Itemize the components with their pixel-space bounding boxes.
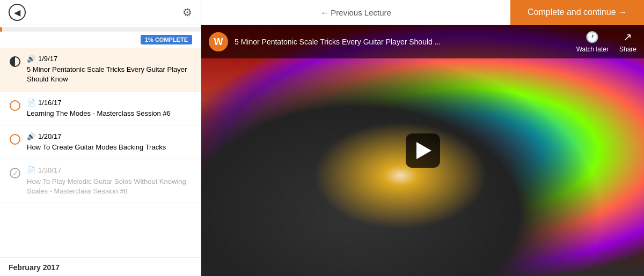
item-3-title: How To Create Guitar Modes Backing Track… bbox=[27, 143, 166, 151]
video-actions: 🕐 Watch later ↗ Share bbox=[576, 31, 636, 53]
gray-check-icon-4: ✓ bbox=[10, 168, 20, 178]
item-3-icon bbox=[9, 133, 21, 146]
watch-later-button[interactable]: 🕐 Watch later bbox=[576, 31, 609, 53]
speaker-icon-1: 🔊 bbox=[27, 54, 35, 64]
item-4-title: How To Play Melodic Guitar Solos Without… bbox=[27, 177, 186, 195]
video-overlay-top: W 5 Minor Pentatonic Scale Tricks Every … bbox=[201, 25, 644, 58]
item-4-date-row: 📄 1/30/17 bbox=[27, 166, 192, 175]
progress-bar-container bbox=[0, 27, 201, 32]
play-button[interactable] bbox=[406, 133, 440, 168]
item-2-icon bbox=[9, 99, 21, 112]
settings-button[interactable]: ⚙ bbox=[182, 6, 192, 19]
back-button[interactable]: ◀ bbox=[9, 4, 26, 21]
share-label: Share bbox=[619, 46, 636, 53]
item-1-title: 5 Minor Pentatonic Scale Tricks Every Gu… bbox=[27, 65, 187, 83]
complete-continue-label: Complete and continue → bbox=[528, 8, 627, 17]
share-button[interactable]: ↗ Share bbox=[619, 31, 636, 53]
channel-logo: W bbox=[209, 32, 228, 51]
channel-logo-text: W bbox=[214, 36, 223, 48]
item-4-date: 1/30/17 bbox=[38, 166, 61, 175]
sidebar-item-3[interactable]: 🔊 1/20/17 How To Create Guitar Modes Bac… bbox=[0, 125, 201, 159]
sidebar-item-1[interactable]: 🔊 1/9/17 5 Minor Pentatonic Scale Tricks… bbox=[0, 48, 201, 92]
sidebar-month: February 2017 bbox=[0, 257, 201, 276]
header: ◀ ⚙ ← Previous Lecture Complete and cont… bbox=[0, 0, 644, 25]
item-4-text: 📄 1/30/17 How To Play Melodic Guitar Sol… bbox=[27, 166, 192, 196]
item-3-date: 1/20/17 bbox=[38, 132, 61, 141]
progress-bar-fill bbox=[0, 27, 2, 32]
watch-later-label: Watch later bbox=[576, 46, 609, 53]
clock-icon: 🕐 bbox=[586, 31, 599, 43]
orange-circle-icon-3 bbox=[10, 134, 20, 145]
item-4-icon: ✓ bbox=[9, 167, 21, 180]
video-area: W 5 Minor Pentatonic Scale Tricks Every … bbox=[201, 25, 644, 276]
video-title: 5 Minor Pentatonic Scale Tricks Every Gu… bbox=[235, 38, 570, 46]
video-placeholder: W 5 Minor Pentatonic Scale Tricks Every … bbox=[201, 25, 644, 276]
previous-lecture-button[interactable]: ← Previous Lecture bbox=[201, 8, 510, 17]
sidebar-item-2[interactable]: 📄 1/16/17 Learning The Modes - Mastercla… bbox=[0, 92, 201, 125]
item-2-title: Learning The Modes - Masterclass Session… bbox=[27, 109, 171, 117]
doc-icon-2: 📄 bbox=[27, 98, 35, 108]
half-circle-icon bbox=[10, 56, 20, 67]
doc-icon-4: 📄 bbox=[27, 166, 35, 175]
item-1-text: 🔊 1/9/17 5 Minor Pentatonic Scale Tricks… bbox=[27, 54, 192, 85]
item-1-date: 1/9/17 bbox=[38, 54, 57, 64]
header-left: ◀ ⚙ bbox=[0, 0, 201, 25]
item-2-date: 1/16/17 bbox=[38, 98, 61, 108]
sidebar-item-4[interactable]: ✓ 📄 1/30/17 How To Play Melodic Guitar S… bbox=[0, 159, 201, 203]
item-1-date-row: 🔊 1/9/17 bbox=[27, 54, 192, 64]
sidebar: 1% COMPLETE 🔊 1/9/17 5 Minor Pentatonic … bbox=[0, 25, 201, 276]
item-2-date-row: 📄 1/16/17 bbox=[27, 98, 171, 108]
sidebar-items: 🔊 1/9/17 5 Minor Pentatonic Scale Tricks… bbox=[0, 48, 201, 257]
complete-continue-button[interactable]: Complete and continue → bbox=[510, 0, 644, 25]
speaker-icon-3: 🔊 bbox=[27, 132, 35, 141]
orange-circle-icon-2 bbox=[10, 100, 20, 111]
item-3-text: 🔊 1/20/17 How To Create Guitar Modes Bac… bbox=[27, 132, 166, 152]
month-label: February 2017 bbox=[9, 263, 60, 272]
progress-badge: 1% COMPLETE bbox=[141, 35, 192, 44]
item-1-icon bbox=[9, 55, 21, 68]
item-2-text: 📄 1/16/17 Learning The Modes - Mastercla… bbox=[27, 98, 171, 118]
previous-lecture-label: ← Previous Lecture bbox=[320, 8, 391, 17]
main-content: 1% COMPLETE 🔊 1/9/17 5 Minor Pentatonic … bbox=[0, 25, 644, 276]
share-icon: ↗ bbox=[623, 31, 632, 43]
progress-label-row: 1% COMPLETE bbox=[0, 32, 201, 48]
play-triangle-icon bbox=[416, 142, 431, 159]
item-3-date-row: 🔊 1/20/17 bbox=[27, 132, 166, 141]
